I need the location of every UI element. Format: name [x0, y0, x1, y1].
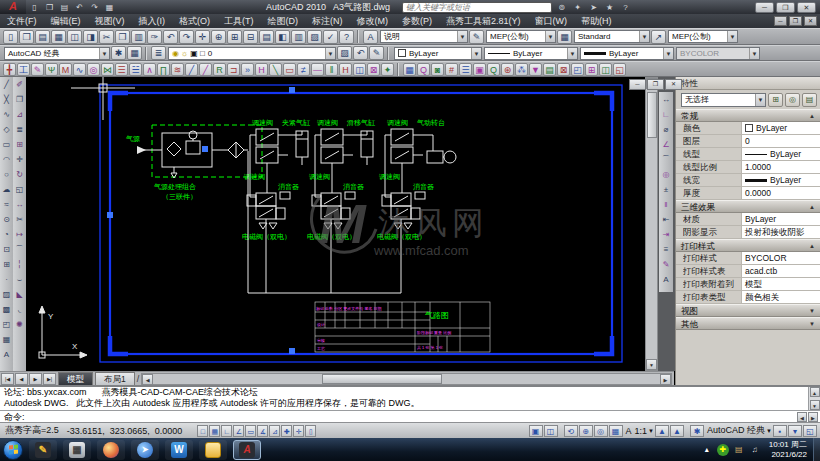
yanxiu-tool-icon[interactable]: R: [213, 63, 226, 76]
panel-restore-button[interactable]: ❐: [647, 79, 664, 90]
move-icon[interactable]: ✛: [14, 152, 26, 167]
paste-button[interactable]: ▥: [131, 30, 146, 44]
offset-icon[interactable]: ≣: [14, 122, 26, 137]
close-button[interactable]: ✕: [797, 2, 816, 13]
layer-previous-button[interactable]: ↶: [353, 46, 368, 60]
first-tab-icon[interactable]: |◀: [1, 373, 14, 385]
save-icon[interactable]: ▤: [58, 2, 71, 13]
yanxiu-tool-icon[interactable]: ╋: [3, 63, 16, 76]
section-plot-style[interactable]: 打印样式▲: [676, 239, 820, 252]
dyn-toggle[interactable]: ✚: [281, 425, 292, 437]
table-style-icon[interactable]: ▦: [557, 30, 572, 44]
point-icon[interactable]: ·: [1, 272, 13, 287]
model-button[interactable]: ▣: [529, 425, 543, 437]
yanxiu-tool-icon[interactable]: ✎: [31, 63, 44, 76]
yanxiu-tool-icon[interactable]: ◙: [431, 63, 444, 76]
scroll-down-icon[interactable]: ▼: [810, 400, 820, 410]
yanxiu-tool-icon[interactable]: ⁂: [515, 63, 528, 76]
yanxiu-tool-icon[interactable]: ≠: [297, 63, 310, 76]
yanxiu-tool-icon[interactable]: ‖: [325, 63, 338, 76]
command-prompt[interactable]: 命令:: [0, 412, 25, 423]
zoom-button[interactable]: ⊕: [579, 425, 593, 437]
prop-shadow-value[interactable]: 投射和接收阴影: [741, 226, 820, 238]
prop-ltscale-value[interactable]: 1.0000: [741, 161, 820, 173]
dim-continue-icon[interactable]: ⇤: [660, 212, 672, 227]
application-menu-button[interactable]: A: [0, 0, 26, 14]
tray-clipboard-icon[interactable]: ▤: [733, 444, 745, 456]
chevron-down-icon[interactable]: ▼: [648, 428, 654, 434]
break-at-point-icon[interactable]: ⌒: [14, 242, 26, 257]
menu-format[interactable]: 格式(O): [172, 14, 217, 28]
menu-parametric[interactable]: 参数(P): [395, 14, 439, 28]
menu-draw[interactable]: 绘图(D): [261, 14, 306, 28]
annotation-scale-button[interactable]: 1:1: [635, 426, 648, 436]
menu-yanxiu-toolbox[interactable]: 燕秀工具箱2.81(Y): [439, 14, 528, 28]
designcenter-button[interactable]: ◧: [275, 30, 290, 44]
revcloud-icon[interactable]: ☁: [1, 182, 13, 197]
menu-file[interactable]: 文件(F): [0, 14, 44, 28]
ducs-toggle[interactable]: ⊿: [269, 425, 280, 437]
yanxiu-tool-icon[interactable]: ☰: [459, 63, 472, 76]
yanxiu-tool-icon[interactable]: ◰: [571, 63, 584, 76]
qp-toggle[interactable]: ▯: [305, 425, 316, 437]
yanxiu-tool-icon[interactable]: M: [59, 63, 72, 76]
prev-tab-icon[interactable]: ◀: [15, 373, 28, 385]
grip-point[interactable]: [289, 87, 295, 93]
taskbar-clock[interactable]: 10:01 周二 2021/6/22: [769, 440, 807, 460]
scroll-right-icon[interactable]: ▶: [660, 374, 671, 385]
grip-point[interactable]: [107, 212, 113, 218]
taskbar-browser-app[interactable]: ➤: [131, 440, 159, 460]
chevron-down-icon[interactable]: ▼: [99, 48, 109, 59]
prop-plotstyle-value[interactable]: BYCOLOR: [741, 252, 820, 264]
frl-unit[interactable]: 气源 气源处理组合 （三联件）: [126, 125, 262, 201]
chevron-down-icon[interactable]: ▼: [766, 428, 772, 434]
dim-style-icon[interactable]: A: [660, 272, 672, 287]
chamfer-icon[interactable]: ◣: [14, 287, 26, 302]
menu-help[interactable]: 帮助(H): [574, 14, 619, 28]
workspace-gear-icon[interactable]: ✱: [690, 425, 704, 437]
prop-linetype-value[interactable]: ByLayer: [741, 148, 820, 160]
taskbar-wps-app[interactable]: W: [165, 440, 193, 460]
text-style-icon[interactable]: A: [363, 30, 378, 44]
vertical-scrollbar[interactable]: ▲ ▼: [645, 77, 658, 371]
fillet-icon[interactable]: ◟: [14, 302, 26, 317]
section-misc[interactable]: 其他▼: [676, 317, 820, 330]
match-properties-button[interactable]: ✑: [147, 30, 162, 44]
chevron-down-icon[interactable]: ▼: [663, 48, 673, 59]
yanxiu-tool-icon[interactable]: ▦: [403, 63, 416, 76]
color-combo[interactable]: ByLayer▼: [394, 47, 482, 60]
next-tab-icon[interactable]: ▶: [29, 373, 42, 385]
yanxiu-tool-icon[interactable]: ◎: [87, 63, 100, 76]
prop-thickness-value[interactable]: 0.0000: [741, 187, 820, 199]
annotation-visibility-button[interactable]: ▲: [655, 425, 669, 437]
yanxiu-tool-icon[interactable]: »: [241, 63, 254, 76]
yanxiu-tool-icon[interactable]: ⊠: [367, 63, 380, 76]
insert-block-icon[interactable]: ⊡: [1, 242, 13, 257]
tray-volume-muted-icon[interactable]: ♫: [749, 444, 761, 456]
line-icon[interactable]: ╱: [1, 77, 13, 92]
properties-button[interactable]: ▤: [259, 30, 274, 44]
show-motion-button[interactable]: ▦: [609, 425, 623, 437]
infocenter-search-input[interactable]: [402, 2, 552, 13]
yanxiu-tool-icon[interactable]: ▭: [283, 63, 296, 76]
plot-icon[interactable]: ▦: [103, 2, 116, 13]
favorites-icon[interactable]: ★: [603, 2, 616, 13]
workspace-combo[interactable]: AutoCAD 经典▼: [4, 47, 110, 60]
tool-palettes-button[interactable]: ▥: [291, 30, 306, 44]
tray-antivirus-icon[interactable]: ✚: [717, 444, 729, 456]
doc-minimize-button[interactable]: ─: [774, 16, 787, 26]
collapse-icon[interactable]: ▲: [809, 201, 815, 212]
doc-close-button[interactable]: ✕: [804, 16, 817, 26]
plot-preview-button[interactable]: ◫: [67, 30, 82, 44]
steering-wheel-button[interactable]: ◎: [594, 425, 608, 437]
yanxiu-tool-icon[interactable]: Ψ: [45, 63, 58, 76]
layer-on-icon[interactable]: ◉: [172, 49, 179, 58]
yanxiu-tool-icon[interactable]: ◫: [353, 63, 366, 76]
doc-restore-button[interactable]: ❐: [789, 16, 802, 26]
text-style-combo[interactable]: 说明▼: [380, 30, 468, 43]
panel-close-button[interactable]: ✕: [665, 79, 682, 90]
yanxiu-tool-icon[interactable]: ▣: [473, 63, 486, 76]
prop-color-value[interactable]: ByLayer: [741, 122, 820, 134]
layer-freeze-icon[interactable]: ☼: [181, 49, 188, 58]
table-icon[interactable]: ▦: [1, 332, 13, 347]
